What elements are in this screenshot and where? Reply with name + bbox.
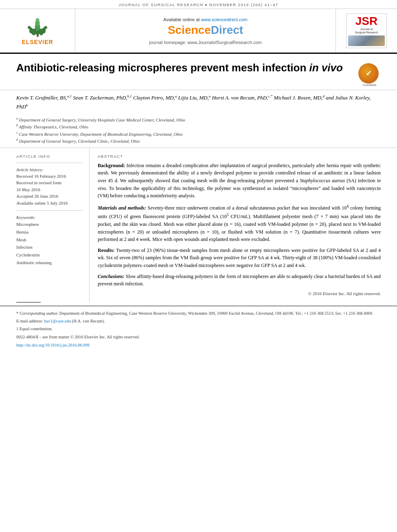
svg-point-9 — [44, 26, 47, 29]
article-title-section: Antibiotic-releasing microspheres preven… — [0, 54, 397, 90]
abstract-rights: © 2016 Elsevier Inc. All rights reserved… — [98, 291, 381, 296]
abstract-methods: Materials and methods: Seventy-three mic… — [98, 203, 381, 243]
affiliation-b: b Affinity Therapeutics, Cleveland, Ohio — [16, 123, 381, 130]
accepted-date: Accepted 26 June 2016 — [16, 193, 83, 200]
logo-banner: ELSEVIER Available online at www.science… — [0, 9, 397, 54]
equal-contribution-note: 1 Equal contribution. — [16, 326, 381, 333]
journal-homepage-text: journal homepage: www.JournalofSurgicalR… — [149, 40, 261, 45]
elsevier-logo-section: ELSEVIER — [0, 9, 75, 53]
crossmark-badge[interactable]: ✓ CrossMark — [358, 63, 381, 86]
received-date: Received 16 February 2016 — [16, 173, 83, 180]
available-online-text: Available online at www.sciencedirect.co… — [163, 17, 247, 22]
crossmark-label: CrossMark — [358, 84, 381, 86]
article-title: Antibiotic-releasing microspheres preven… — [16, 61, 350, 75]
email-link[interactable]: hav1@case.edu — [44, 319, 71, 323]
keywords-section: Keywords: Microsphere Hernia Mesh Infect… — [16, 215, 83, 266]
jsr-logo: JSR Journal of Surgical Research — [346, 13, 387, 48]
email-note: E-mail address: hav1@case.edu (H.A. von … — [16, 318, 381, 325]
journal-header-text: JOURNAL OF SURGICAL RESEARCH ♦ NOVEMBER … — [118, 2, 278, 7]
abstract-column: ABSTRACT Background: Infection remains a… — [90, 148, 397, 302]
article-history-group: Article history: Received 16 February 20… — [16, 167, 83, 207]
affiliations-section: a Department of General Surgery, Univers… — [0, 114, 397, 148]
revised-date: 10 May 2016 — [16, 186, 83, 193]
jsr-subtitle: Journal of Surgical Research — [355, 28, 378, 35]
affiliation-d: d Department of General Surgery, Clevela… — [16, 137, 381, 144]
footer-notes: * Corresponding author. Department of Bi… — [0, 306, 397, 354]
two-col-layout: ARTICLE INFO Article history: Received 1… — [0, 148, 397, 302]
keywords-label: Keywords: — [16, 215, 83, 220]
abstract-results: Results: Twenty-two of 23 (96%) tissue-m… — [98, 247, 381, 269]
sciencedirect-url[interactable]: www.sciencedirect.com — [201, 17, 247, 22]
footer-section: * Corresponding author. Department of Bi… — [0, 302, 397, 354]
jsr-logo-section: JSR Journal of Surgical Research — [336, 9, 397, 53]
authors-section: Kevin T. Grafmiller, BS,a,1 Sean T. Zuck… — [0, 90, 397, 114]
sciencedirect-section: Available online at www.sciencedirect.co… — [75, 9, 336, 53]
crossmark-icon: ✓ — [358, 63, 379, 84]
elsevier-tree-icon — [22, 16, 53, 39]
history-label: Article history: — [16, 167, 83, 172]
abstract-heading: ABSTRACT — [98, 154, 381, 159]
keyword-hernia: Hernia — [16, 228, 83, 236]
divider-1 — [16, 163, 83, 163]
online-date: Available online 5 July 2016 — [16, 200, 83, 207]
jsr-letters: JSR — [355, 15, 377, 27]
doi-anchor[interactable]: http://dx.doi.org/10.1016/j.jss.2016.06.… — [16, 343, 90, 347]
affiliation-c: c Case Western Reserve University, Depar… — [16, 130, 381, 137]
keyword-antibiotic-releasing: Antibiotic releasing — [16, 259, 83, 267]
corresponding-author-note: * Corresponding author. Department of Bi… — [16, 310, 381, 317]
direct-part: Direct — [211, 24, 243, 36]
keyword-infection: Infection — [16, 243, 83, 251]
issn-note: 0022-4804/$ – see front matter © 2016 El… — [16, 334, 381, 341]
science-part: Science — [168, 24, 211, 36]
jsr-cover-image — [348, 35, 385, 46]
revised-label: Received in revised form — [16, 179, 83, 186]
keyword-mesh: Mesh — [16, 236, 83, 244]
doi-link: http://dx.doi.org/10.1016/j.jss.2016.06.… — [16, 342, 381, 349]
authors-line: Kevin T. Grafmiller, BS,a,1 Sean T. Zuck… — [16, 93, 381, 111]
svg-point-10 — [35, 18, 39, 22]
divider-2 — [16, 210, 83, 211]
abstract-conclusions-text: Slow affinity-based drug-releasing polym… — [98, 274, 381, 287]
article-info-column: ARTICLE INFO Article history: Received 1… — [0, 148, 90, 302]
abstract-background-text: Infection remains a dreaded complication… — [98, 163, 381, 199]
svg-point-8 — [28, 26, 31, 29]
article-info-heading: ARTICLE INFO — [16, 154, 83, 159]
journal-header-bar: JOURNAL OF SURGICAL RESEARCH ♦ NOVEMBER … — [0, 0, 397, 9]
keyword-cyclodextrin: Cyclodextrin — [16, 251, 83, 259]
keyword-microsphere: Microsphere — [16, 221, 83, 228]
abstract-conclusions: Conclusions: Slow affinity-based drug-re… — [98, 273, 381, 288]
elsevier-label: ELSEVIER — [22, 39, 53, 45]
sciencedirect-logo: ScienceDirect — [168, 24, 243, 37]
abstract-background: Background: Infection remains a dreaded … — [98, 162, 381, 200]
affiliation-a: a Department of General Surgery, Univers… — [16, 116, 381, 123]
abstract-results-text: Twenty-two of 23 (96%) tissue-mesh sampl… — [98, 247, 381, 268]
